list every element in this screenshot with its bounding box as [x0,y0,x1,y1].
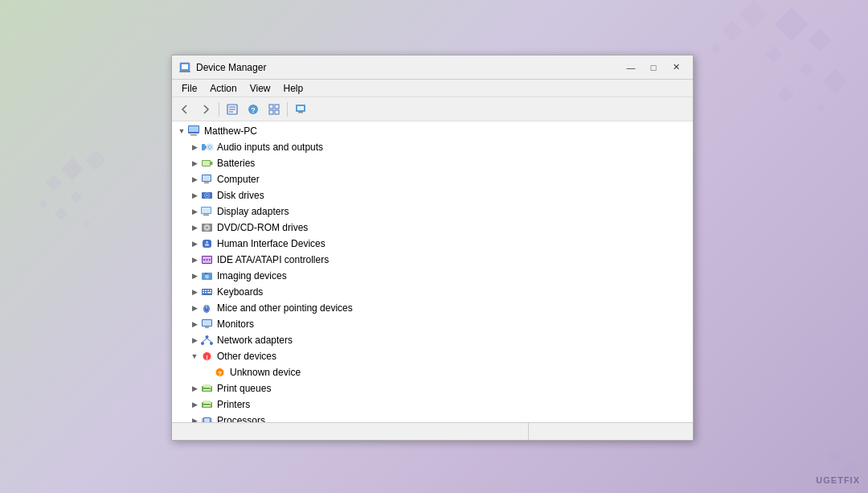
svg-rect-77 [203,405,211,407]
tree-item-batteries[interactable]: ▶ Batteries [172,155,693,171]
toolbar-computer-button[interactable] [291,100,310,119]
tree-item-mice[interactable]: ▶ Mice and other pointing devices [172,300,693,316]
svg-point-20 [208,146,211,149]
svg-rect-2 [179,71,190,72]
toolbar-forward-button[interactable] [196,100,215,119]
svg-rect-60 [203,320,211,326]
menu-file[interactable]: File [175,81,203,96]
expand-icon-computer: ▶ [188,173,201,186]
keyboard-icon [201,286,214,298]
watermark: UGETFIX [816,475,860,485]
toolbar-separator-1 [219,102,219,117]
expand-icon-display: ▶ [188,205,201,218]
tree-item-other[interactable]: ▼ ! Other devices [172,348,693,364]
svg-rect-76 [203,401,211,404]
status-left [175,423,529,440]
printqueues-icon [201,382,214,395]
toolbar: ? [172,97,693,121]
tree-item-printers[interactable]: ▶ Printers [172,396,693,413]
svg-rect-53 [203,292,204,294]
device-tree[interactable]: ▼ Matthew-PC ▶ Audio inputs and outputs … [172,121,693,422]
tree-item-disk[interactable]: ▶ Disk drives [172,187,693,203]
imaging-icon [201,269,214,282]
unknown-label: Unknown device [230,367,301,378]
window-title: Device Manager [196,62,620,73]
toolbar-scan-button[interactable] [264,100,284,119]
svg-point-42 [203,259,205,261]
batteries-icon [201,157,214,170]
expand-icon-imaging: ▶ [188,269,201,282]
svg-rect-33 [203,215,209,216]
svg-rect-11 [269,110,273,114]
close-button[interactable]: ✕ [665,60,686,76]
tree-item-monitors[interactable]: ▶ Monitors [172,316,693,332]
tree-item-computer[interactable]: ▶ Computer [172,171,693,187]
menu-help[interactable]: Help [277,81,310,96]
toolbar-separator-2 [287,102,288,117]
svg-point-64 [210,342,213,345]
svg-rect-78 [210,403,211,405]
toolbar-properties-button[interactable] [223,100,242,119]
tree-item-audio[interactable]: ▶ Audio inputs and outputs [172,139,693,155]
menu-bar: File Action View Help [172,80,693,97]
expand-icon-hid: ▶ [188,237,201,250]
svg-rect-32 [202,207,211,213]
expand-icon-keyboards: ▶ [188,286,201,298]
svg-rect-1 [182,64,188,69]
menu-action[interactable]: Action [203,81,243,96]
dvd-label: DVD/CD-ROM drives [217,222,308,233]
minimize-button[interactable]: — [620,60,641,76]
device-manager-window: Device Manager — □ ✕ File Action View He… [171,55,694,441]
status-bar [172,422,693,440]
ide-icon [201,253,214,266]
expand-icon-printqueues: ▶ [188,382,201,395]
svg-rect-12 [275,110,279,114]
maximize-button[interactable]: □ [643,60,664,76]
svg-rect-9 [269,105,273,109]
computer-item-icon [201,173,214,186]
network-icon [201,334,214,347]
svg-rect-52 [210,290,211,292]
tree-item-network[interactable]: ▶ Network adapters [172,332,693,348]
processors-icon [201,414,214,422]
svg-rect-73 [203,389,211,391]
svg-rect-19 [202,144,205,150]
expand-icon-disk: ▶ [188,189,201,202]
other-icon: ! [201,350,214,363]
tree-item-root[interactable]: ▼ Matthew-PC [172,123,693,139]
toolbar-help-button[interactable]: ? [244,100,263,119]
svg-rect-27 [204,183,209,184]
svg-text:!: ! [206,354,208,361]
svg-point-43 [207,259,208,261]
expand-icon-other: ▼ [188,350,201,363]
svg-point-62 [206,335,209,339]
disk-icon [201,189,214,202]
svg-rect-14 [297,106,304,110]
batteries-label: Batteries [217,158,255,169]
tree-item-imaging[interactable]: ▶ Imaging devices [172,268,693,284]
tree-item-unknown[interactable]: ▶ ? Unknown device [172,364,693,380]
svg-point-30 [207,195,208,196]
tree-item-display[interactable]: ▶ Display adapters [172,203,693,220]
audio-label: Audio inputs and outputs [217,142,323,153]
title-bar: Device Manager — □ ✕ [172,55,693,80]
tree-item-dvd[interactable]: ▶ DVD/CD-ROM drives [172,220,693,236]
tree-item-printqueues[interactable]: ▶ Print queues [172,380,693,396]
expand-icon-root: ▼ [175,125,188,138]
status-right [529,423,690,440]
ide-label: IDE ATA/ATAPI controllers [217,254,329,265]
expand-icon-network: ▶ [188,334,201,347]
svg-rect-51 [207,290,209,292]
svg-rect-26 [203,175,211,181]
tree-item-keyboards[interactable]: ▶ Keyboards [172,284,693,300]
tree-item-ide[interactable]: ▶ IDE ATA/ATAPI controllers [172,252,693,268]
toolbar-back-button[interactable] [175,100,194,119]
svg-rect-18 [190,134,197,136]
tree-item-hid[interactable]: ▶ Human Interface Devices [172,236,693,252]
tree-item-processors[interactable]: ▶ Processors [172,413,693,422]
expand-icon-audio: ▶ [188,141,201,154]
svg-rect-47 [205,273,207,274]
menu-view[interactable]: View [244,81,277,96]
keyboards-label: Keyboards [217,286,263,298]
hid-label: Human Interface Devices [217,238,326,249]
